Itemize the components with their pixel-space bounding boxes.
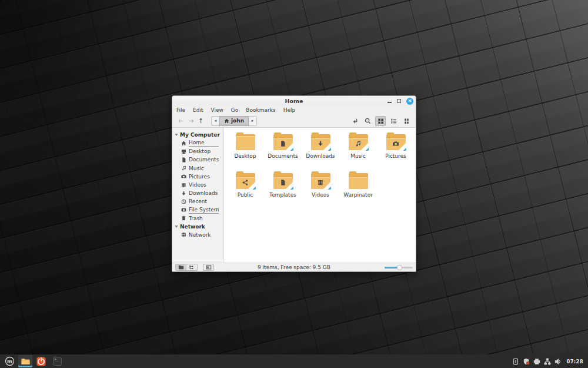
sidebar-item-music[interactable]: Music xyxy=(172,164,223,173)
search-icon xyxy=(365,118,371,124)
compact-view-button[interactable] xyxy=(401,116,412,126)
desktop[interactable]: Home × File Edit View Go Bookmarks Help … xyxy=(0,0,588,368)
menu-edit[interactable]: Edit xyxy=(193,107,203,113)
taskbar: m >_ 07:28 xyxy=(0,354,588,368)
folder-icon xyxy=(349,173,368,189)
printer-icon[interactable] xyxy=(533,358,540,365)
menubar: File Edit View Go Bookmarks Help xyxy=(172,106,416,114)
sidebar-item-label: Network xyxy=(189,232,211,238)
sidebar-item-label: File System xyxy=(189,207,219,214)
corner-stripe xyxy=(323,142,331,151)
folder-icon xyxy=(349,134,368,150)
show-places-button[interactable] xyxy=(175,264,186,271)
show-treeview-button[interactable] xyxy=(186,264,198,271)
file-view[interactable]: Desktop Documents Do xyxy=(224,128,416,263)
menu-go[interactable]: Go xyxy=(231,107,238,113)
menu-view[interactable]: View xyxy=(211,107,223,113)
file-item-pictures[interactable]: Pictures xyxy=(377,131,415,170)
file-label: Templates xyxy=(269,192,296,198)
download-icon xyxy=(181,191,186,196)
grid-view-icon xyxy=(377,118,384,124)
titlebar[interactable]: Home × xyxy=(172,96,416,106)
collapse-triangle-icon xyxy=(175,134,178,136)
list-view-button[interactable] xyxy=(388,116,399,126)
slider-handle[interactable] xyxy=(397,265,402,270)
home-icon xyxy=(224,118,229,124)
film-icon xyxy=(181,183,186,188)
file-item-downloads[interactable]: Downloads xyxy=(302,131,339,170)
sidebar-item-trash[interactable]: Trash xyxy=(172,214,223,223)
file-item-documents[interactable]: Documents xyxy=(264,131,302,170)
taskbar-app-power-orange[interactable] xyxy=(34,355,48,367)
file-item-desktop[interactable]: Desktop xyxy=(226,131,264,170)
up-arrow-icon[interactable]: ↑ xyxy=(196,117,206,125)
sidebar-item-recent[interactable]: Recent xyxy=(172,197,223,205)
taskbar-app-file-manager[interactable] xyxy=(18,355,32,367)
menu-file[interactable]: File xyxy=(176,107,185,113)
desktop-icon xyxy=(181,149,186,154)
search-button[interactable] xyxy=(362,116,373,126)
toolbar: ← → ↑ ◂ john ▸ xyxy=(172,114,416,128)
sidebar-item-pictures[interactable]: Pictures xyxy=(172,173,223,181)
camera-icon xyxy=(181,174,186,179)
system-report-icon[interactable] xyxy=(512,358,519,365)
mint-logo-icon: m xyxy=(5,356,15,366)
sidebar-item-label: Videos xyxy=(189,182,206,188)
folder-icon xyxy=(273,173,293,189)
toggle-location-bar-icon xyxy=(352,118,358,124)
volume-icon[interactable] xyxy=(554,358,562,365)
menu-bookmarks[interactable]: Bookmarks xyxy=(246,107,275,113)
sidebar-item-label: Pictures xyxy=(189,174,210,180)
maximize-button[interactable] xyxy=(397,99,401,103)
toggle-location-bar-button[interactable] xyxy=(349,116,360,126)
corner-stripe xyxy=(360,142,369,151)
clock[interactable]: 07:28 xyxy=(566,359,583,364)
sidebar-item-label: Documents xyxy=(189,157,219,163)
file-item-templates[interactable]: Templates xyxy=(264,170,302,209)
sidebar-item-network[interactable]: Network xyxy=(172,231,223,239)
system-tray: 07:28 xyxy=(512,358,586,365)
sidebar-item-documents[interactable]: Documents xyxy=(172,155,223,164)
minimize-button[interactable] xyxy=(387,102,392,103)
folder-icon xyxy=(386,134,406,150)
toggle-sidebar-button[interactable] xyxy=(203,264,214,271)
file-item-warpinator[interactable]: Warpinator xyxy=(339,170,377,209)
sidebar-item-file-system[interactable]: File System xyxy=(172,206,223,214)
forward-arrow-icon[interactable]: → xyxy=(186,117,196,125)
menu-help[interactable]: Help xyxy=(283,107,296,113)
file-label: Public xyxy=(238,192,253,198)
file-item-videos[interactable]: Videos xyxy=(302,170,339,209)
folder-icon xyxy=(273,134,293,150)
sidebar-section-my-computer[interactable]: My Computer xyxy=(172,131,223,139)
sidebar-item-home[interactable]: Home xyxy=(172,139,223,147)
sidebar-item-videos[interactable]: Videos xyxy=(172,181,223,189)
disk-icon xyxy=(181,207,186,213)
sidebar-section-network[interactable]: Network xyxy=(172,223,223,231)
file-item-music[interactable]: Music xyxy=(339,131,377,170)
section-label: My Computer xyxy=(180,132,220,138)
sidebar-item-label: Home xyxy=(189,140,219,147)
update-shield-icon[interactable] xyxy=(523,358,530,365)
corner-stripe xyxy=(285,142,293,151)
mint-menu-button[interactable]: m xyxy=(2,354,16,368)
file-label: Music xyxy=(350,153,366,159)
breadcrumb-next-icon[interactable]: ▸ xyxy=(249,116,257,126)
grid-view-button[interactable] xyxy=(375,116,386,126)
svg-text:m: m xyxy=(7,359,12,364)
sidebar-item-desktop[interactable]: Desktop xyxy=(172,147,223,155)
corner-stripe xyxy=(248,181,256,190)
network-icon[interactable] xyxy=(544,358,551,365)
sidebar-item-label: Trash xyxy=(189,216,203,221)
folder-icon xyxy=(311,173,330,189)
close-button[interactable]: × xyxy=(406,98,413,105)
taskbar-app-terminal[interactable]: >_ xyxy=(50,355,64,367)
window-title: Home xyxy=(172,98,416,104)
sidebar-item-downloads[interactable]: Downloads xyxy=(172,189,223,197)
file-item-public[interactable]: Public xyxy=(226,170,264,209)
back-arrow-icon[interactable]: ← xyxy=(176,117,186,125)
toggle-sidebar-icon xyxy=(206,264,212,270)
breadcrumb-home-button[interactable]: john xyxy=(219,116,249,126)
breadcrumb-prev-icon[interactable]: ◂ xyxy=(211,116,219,126)
file-label: Documents xyxy=(268,153,298,159)
zoom-slider[interactable] xyxy=(385,264,413,270)
